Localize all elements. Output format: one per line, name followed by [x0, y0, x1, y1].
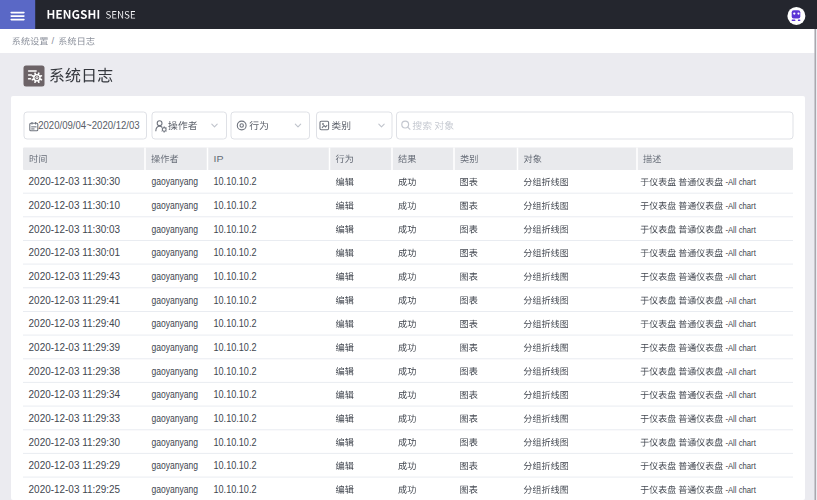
svg-text:2020-12-03 11:30:30: 2020-12-03 11:30:30: [29, 176, 121, 187]
svg-text:2020-12-03 11:29:40: 2020-12-03 11:29:40: [29, 318, 121, 329]
svg-text:/: /: [52, 35, 55, 46]
svg-text:2020-12-03 11:29:30: 2020-12-03 11:29:30: [29, 437, 121, 448]
svg-text:2020-12-03 11:29:29: 2020-12-03 11:29:29: [29, 460, 121, 471]
svg-text:2020-12-03 11:29:41: 2020-12-03 11:29:41: [29, 295, 121, 306]
svg-text:2020/09/04~2020/12/03: 2020/09/04~2020/12/03: [38, 120, 140, 131]
svg-text:2020-12-03 11:30:10: 2020-12-03 11:30:10: [29, 200, 121, 211]
svg-text:2020-12-03 11:30:03: 2020-12-03 11:30:03: [29, 224, 121, 235]
svg-text:2020-12-03 11:29:34: 2020-12-03 11:29:34: [29, 389, 121, 400]
svg-text:2020-12-03 11:29:43: 2020-12-03 11:29:43: [29, 271, 121, 282]
svg-text:IP: IP: [214, 154, 224, 164]
svg-text:2020-12-03 11:29:39: 2020-12-03 11:29:39: [29, 342, 121, 353]
svg-text:2020-12-03 11:29:38: 2020-12-03 11:29:38: [29, 366, 121, 377]
svg-text:2020-12-03 11:30:01: 2020-12-03 11:30:01: [29, 247, 121, 258]
svg-text:2020-12-03 11:29:33: 2020-12-03 11:29:33: [29, 413, 121, 424]
svg-text:2020-12-03 11:29:25: 2020-12-03 11:29:25: [29, 484, 121, 495]
